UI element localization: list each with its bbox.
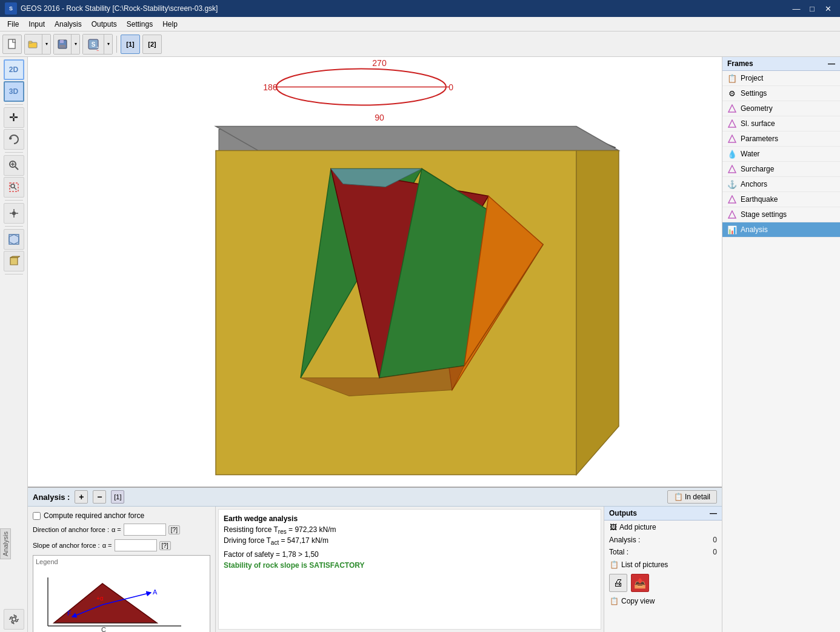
analysis-count-label: Analysis : xyxy=(609,536,640,544)
open-arrow-button[interactable]: ▾ xyxy=(42,35,50,54)
help-btn-1[interactable]: [?] xyxy=(168,525,180,534)
svg-text:270: 270 xyxy=(372,58,387,68)
export-button[interactable]: 📤 xyxy=(631,574,649,592)
window-controls: — □ ✕ xyxy=(789,2,835,15)
stage2-button[interactable]: [2] xyxy=(142,35,162,54)
menu-help[interactable]: Help xyxy=(158,19,182,30)
svg-line-12 xyxy=(15,167,18,170)
svg-text:−: − xyxy=(96,48,99,51)
outputs-collapse[interactable]: — xyxy=(710,509,717,517)
svg-rect-5 xyxy=(59,45,65,48)
rp-project[interactable]: 📋 Project xyxy=(722,71,840,86)
stage1-button[interactable]: [1] xyxy=(121,35,140,54)
svg-marker-48 xyxy=(54,584,157,623)
in-detail-button[interactable]: 📋 In detail xyxy=(667,490,717,504)
help-btn-2[interactable]: [?] xyxy=(159,541,171,550)
save-main-button[interactable] xyxy=(54,35,71,54)
open-split-button[interactable]: ▾ xyxy=(24,34,51,55)
save-arrow-button[interactable]: ▾ xyxy=(71,35,79,54)
slope-row: Slope of anchor force : α = [?] xyxy=(33,539,210,551)
svg-marker-59 xyxy=(728,120,736,127)
geometry-icon xyxy=(727,104,737,113)
svg-marker-61 xyxy=(728,165,736,173)
stage-main-button[interactable]: S + − xyxy=(83,35,104,54)
app-title: GEOS 2016 - Rock Stability [C:\Rock-Stab… xyxy=(21,4,218,13)
surcharge-icon xyxy=(727,164,737,174)
settings-icon: ⚙ xyxy=(727,88,737,98)
left-toolbar-sep-2 xyxy=(5,152,23,153)
anchor-force-checkbox[interactable] xyxy=(33,512,41,520)
legend-box: Legend F xyxy=(33,555,210,632)
svg-line-17 xyxy=(14,187,16,190)
stability-row: Stability of rock slope is SATISFACTORY xyxy=(224,561,596,570)
rp-water[interactable]: 💧 Water xyxy=(722,147,840,162)
svg-marker-58 xyxy=(728,105,736,112)
save-split-button[interactable]: ▾ xyxy=(53,34,80,55)
maximize-button[interactable]: □ xyxy=(805,2,819,15)
left-toolbar-sep-1 xyxy=(5,104,23,105)
menu-input[interactable]: Input xyxy=(24,19,50,30)
close-button[interactable]: ✕ xyxy=(821,2,835,15)
main-layout: 2D 3D ✛ xyxy=(0,57,840,632)
analysis-count-row: Analysis : 0 xyxy=(604,534,722,546)
frames-collapse[interactable]: — xyxy=(828,59,835,68)
rp-anchors[interactable]: ⚓ Anchors xyxy=(722,177,840,192)
project-icon: 📋 xyxy=(727,73,737,83)
direction-input[interactable] xyxy=(124,524,166,536)
rp-earthquake[interactable]: Earthquake xyxy=(722,192,840,207)
stage-badge-button[interactable]: [1] xyxy=(111,490,124,504)
canvas-area[interactable]: 180 0 270 90 xyxy=(28,57,722,487)
rp-parameters[interactable]: Parameters xyxy=(722,131,840,147)
driving-value: = 547,17 kN/m xyxy=(281,536,328,545)
svg-rect-2 xyxy=(28,41,32,43)
menu-analysis[interactable]: Analysis xyxy=(50,19,87,30)
new-button[interactable] xyxy=(2,35,22,54)
zoom-button[interactable] xyxy=(4,155,24,176)
svg-marker-60 xyxy=(728,135,736,142)
analysis-side-tab: Analysis xyxy=(0,528,11,559)
settings-gear-button[interactable] xyxy=(4,609,24,630)
rp-settings[interactable]: ⚙ Settings xyxy=(722,86,840,101)
direction-label: Direction of anchor force : xyxy=(33,526,109,533)
iso-view2-button[interactable] xyxy=(4,251,24,271)
open-main-button[interactable] xyxy=(25,35,42,54)
add-picture-icon: 🖼 xyxy=(610,523,617,531)
stage-split-button[interactable]: S + − ▾ xyxy=(82,34,113,55)
earthquake-icon xyxy=(727,195,737,204)
iso-view1-button[interactable] xyxy=(4,229,24,250)
stage-arrow-button[interactable]: ▾ xyxy=(104,35,112,54)
svg-point-20 xyxy=(12,211,16,215)
total-count-label: Total : xyxy=(609,548,628,556)
alpha-label-1: α = xyxy=(112,526,121,533)
menu-file[interactable]: File xyxy=(2,19,24,30)
sl-surface-icon xyxy=(727,119,737,128)
analysis-controls: Compute required anchor force Direction … xyxy=(28,507,216,632)
remove-analysis-button[interactable]: − xyxy=(93,490,106,504)
rp-sl-surface[interactable]: Sl. surface xyxy=(722,116,840,131)
list-pictures-button[interactable]: 📋 List of pictures xyxy=(604,558,722,571)
rp-analysis[interactable]: 📊 Analysis xyxy=(722,222,840,238)
add-point-button[interactable] xyxy=(4,203,24,224)
2d-button[interactable]: 2D xyxy=(4,59,24,80)
rp-geometry[interactable]: Geometry xyxy=(722,101,840,116)
add-analysis-button[interactable]: + xyxy=(75,490,88,504)
add-picture-button[interactable]: 🖼 Add picture xyxy=(604,521,722,534)
rotate-button[interactable] xyxy=(4,129,24,150)
copy-view-button[interactable]: 📋 Copy view xyxy=(604,594,722,608)
move-button[interactable]: ✛ xyxy=(4,107,24,128)
svg-rect-4 xyxy=(60,40,64,43)
total-count-row: Total : 0 xyxy=(604,546,722,558)
svg-marker-38 xyxy=(576,151,619,475)
menu-outputs[interactable]: Outputs xyxy=(87,19,122,30)
minimize-button[interactable]: — xyxy=(789,2,804,15)
print-button[interactable]: 🖨 xyxy=(609,574,627,592)
rp-stage-settings[interactable]: Stage settings xyxy=(722,207,840,222)
3d-button[interactable]: 3D xyxy=(4,81,24,102)
t-act-label: Tact xyxy=(266,536,279,545)
slope-input[interactable] xyxy=(115,539,157,551)
menu-settings[interactable]: Settings xyxy=(122,19,158,30)
rp-surcharge[interactable]: Surcharge xyxy=(722,162,840,177)
select-region-button[interactable] xyxy=(4,177,24,198)
surcharge-label: Surcharge xyxy=(741,165,774,173)
sl-surface-label: Sl. surface xyxy=(741,119,775,128)
